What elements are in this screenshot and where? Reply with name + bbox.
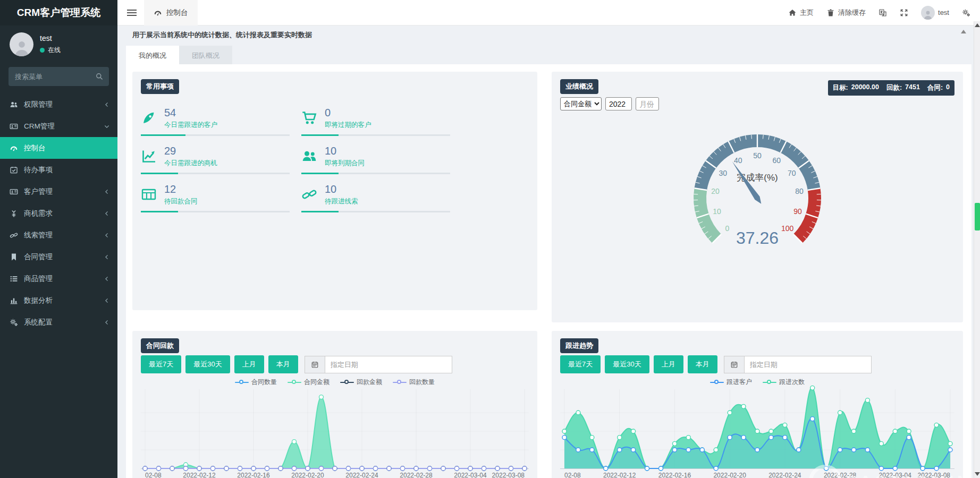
stat-value: 0: [325, 107, 371, 118]
sidebar-item-label: 数据分析: [24, 296, 98, 305]
chevron-left-icon: [104, 254, 110, 260]
legend-item[interactable]: 跟进次数: [763, 378, 805, 387]
language-button[interactable]: [878, 8, 887, 17]
stat-expiring-customer[interactable]: 0即将过期的客户: [301, 105, 450, 136]
chevron-left-icon: [104, 210, 110, 217]
scroll-thumb[interactable]: [975, 203, 980, 231]
svg-text:90: 90: [793, 207, 802, 216]
stat-label: 待回款合同: [164, 197, 198, 206]
svg-text:40: 40: [734, 156, 742, 165]
clear-cache-button[interactable]: 清除缓存: [826, 8, 866, 18]
collapse-caret-icon[interactable]: [961, 30, 966, 33]
search-input[interactable]: [9, 67, 109, 86]
idcard-icon: [10, 122, 18, 131]
date-addon[interactable]: [724, 356, 744, 373]
svg-text:100: 100: [781, 224, 794, 233]
svg-text:2022-02-20: 2022-02-20: [713, 472, 746, 478]
date-input[interactable]: [744, 356, 872, 373]
scroll-down-button[interactable]: [975, 472, 980, 476]
settings-button[interactable]: [962, 8, 970, 17]
users-icon: [10, 100, 18, 109]
range-button-2[interactable]: 上月: [234, 355, 264, 373]
legend-label: 跟进客户: [726, 378, 752, 387]
chart-legend: 合同数量合同金额回款金额回款数量: [141, 378, 529, 387]
chevron-down-icon: [104, 123, 110, 130]
sidebar-item-label: CRM管理: [24, 122, 98, 131]
contract-chart: 02-082022-02-122022-02-162022-02-202022-…: [141, 375, 529, 478]
stat-follow-business[interactable]: 29今日需跟进的商机: [141, 143, 290, 174]
common-items-card: 常用事项 54今日需跟进的客户0即将过期的客户29今日需跟进的商机10即将到期合…: [132, 72, 537, 310]
sidebar-item-label: 线索管理: [24, 231, 98, 240]
stat-value: 10: [325, 145, 365, 157]
stat-follow-clue[interactable]: 10待跟进线索: [301, 181, 450, 212]
stat-payback-contract[interactable]: 12待回款合同: [141, 181, 290, 212]
card-title-badge: 常用事项: [141, 79, 179, 94]
range-button-3[interactable]: 本月: [688, 355, 717, 373]
year-input[interactable]: [605, 97, 632, 110]
stat-value: 10: [325, 183, 358, 195]
sidebar-item-business[interactable]: 商机需求: [0, 202, 117, 224]
chevron-left-icon: [104, 189, 110, 195]
contract-value: 0: [946, 83, 950, 92]
legend-item[interactable]: 合同金额: [288, 378, 330, 387]
sidebar-item-crm[interactable]: CRM管理: [0, 115, 117, 137]
legend-marker-icon: [288, 380, 301, 385]
svg-text:2022-03-08: 2022-03-08: [492, 472, 525, 478]
date-picker-group: [724, 356, 872, 373]
bar-chart-icon: [10, 296, 18, 305]
nav-tab-console[interactable]: 控制台: [144, 0, 198, 25]
sidebar-item-permission[interactable]: 权限管理: [0, 93, 117, 115]
month-input[interactable]: [636, 97, 659, 110]
range-button-0[interactable]: 最近7天: [141, 355, 181, 373]
stat-label: 今日需跟进的客户: [164, 121, 217, 130]
legend-marker-icon: [710, 380, 724, 385]
sidebar-item-contract[interactable]: 合同管理: [0, 246, 117, 268]
sidebar-toggle-icon[interactable]: [127, 8, 137, 18]
scrollbar[interactable]: [974, 21, 980, 478]
svg-text:10: 10: [713, 207, 721, 216]
range-button-0[interactable]: 最近7天: [560, 355, 601, 373]
stat-follow-customer[interactable]: 54今日需跟进的客户: [141, 105, 290, 136]
sidebar-item-clue[interactable]: 线索管理: [0, 224, 117, 246]
person-icon: [923, 9, 933, 20]
user-panel: test 在线: [0, 25, 117, 62]
sidebar-item-label: 客户管理: [24, 187, 98, 197]
svg-text:0: 0: [725, 224, 730, 233]
range-button-1[interactable]: 最近30天: [605, 355, 649, 373]
sidebar-item-customer[interactable]: 客户管理: [0, 181, 117, 202]
sidebar-search: [9, 67, 109, 86]
tab-team-overview[interactable]: 团队概况: [179, 46, 232, 66]
stat-expiring-contract[interactable]: 10即将到期合同: [301, 143, 450, 174]
sidebar-item-todo[interactable]: 待办事项: [0, 159, 117, 181]
svg-text:2022-02-12: 2022-02-12: [183, 472, 216, 478]
range-button-1[interactable]: 最近30天: [185, 355, 230, 373]
topbar: 控制台 主页 清除缓存 test: [117, 0, 980, 25]
chart-legend: 跟进客户跟进次数: [560, 378, 954, 387]
search-icon[interactable]: [95, 72, 104, 81]
sidebar-item-config[interactable]: 系统配置: [0, 311, 117, 333]
range-button-2[interactable]: 上月: [654, 355, 683, 373]
metric-select[interactable]: 合同金额: [560, 97, 602, 110]
svg-text:2022-03-04: 2022-03-04: [879, 472, 912, 478]
date-addon[interactable]: [305, 356, 325, 373]
sidebar-item-goods[interactable]: 商品管理: [0, 268, 117, 289]
sidebar-item-analysis[interactable]: 数据分析: [0, 289, 117, 311]
tab-my-overview[interactable]: 我的概况: [126, 46, 179, 66]
legend-item[interactable]: 回款金额: [340, 378, 382, 387]
user-avatar[interactable]: [10, 32, 33, 56]
date-input[interactable]: [325, 356, 452, 373]
legend-item[interactable]: 回款数量: [393, 378, 435, 387]
topbar-user[interactable]: test: [921, 6, 949, 20]
fullscreen-button[interactable]: [900, 8, 908, 17]
legend-item[interactable]: 合同数量: [235, 378, 277, 387]
range-button-3[interactable]: 本月: [268, 355, 298, 373]
svg-text:2022-03-04: 2022-03-04: [454, 472, 487, 478]
home-button[interactable]: 主页: [788, 8, 814, 18]
legend-label: 回款数量: [409, 378, 435, 387]
legend-item[interactable]: 跟进客户: [710, 378, 752, 387]
legend-label: 合同金额: [304, 378, 330, 387]
sidebar-item-console[interactable]: 控制台: [0, 137, 117, 159]
chevron-left-icon: [104, 276, 110, 282]
svg-text:2022-02-28: 2022-02-28: [400, 472, 433, 478]
scroll-up-button[interactable]: [975, 23, 980, 27]
